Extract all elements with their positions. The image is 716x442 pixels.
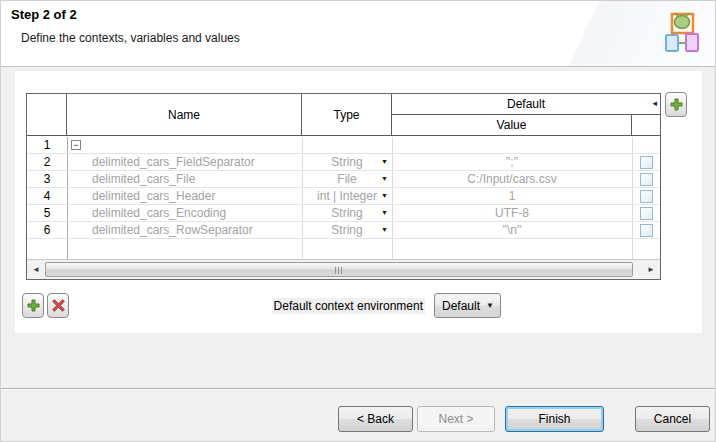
value-cell[interactable]: ";" (393, 154, 631, 170)
value-cell[interactable]: C:/Input/cars.csv (393, 171, 631, 187)
row-checkbox[interactable] (640, 190, 653, 203)
type-value: String (331, 155, 362, 169)
selected-environment: Default (442, 299, 480, 313)
value-cell[interactable]: "\n" (393, 222, 631, 238)
type-value: String (331, 223, 362, 237)
scroll-right-icon[interactable]: ► (643, 262, 659, 278)
type-cell[interactable]: int | Integer ▼ (303, 188, 391, 204)
row-number: 4 (27, 188, 67, 204)
type-cell[interactable]: File ▼ (303, 171, 391, 187)
add-context-button[interactable] (665, 92, 687, 117)
scrollbar-thumb[interactable] (45, 262, 633, 277)
row-number: 1 (27, 137, 67, 153)
scrollbar-grip (335, 267, 344, 274)
header-row-number (27, 94, 67, 136)
column-nav-arrow-icon[interactable]: ◂ (652, 99, 657, 108)
value-cell[interactable]: 1 (393, 188, 631, 204)
row-checkbox[interactable] (640, 207, 653, 220)
table-row[interactable]: 2 delimited_cars_FieldSeparator String ▼… (27, 154, 660, 171)
header-name: Name (67, 94, 302, 136)
context-variables-table: Name Type Default ◂ Value 1 − 2 delimite… (26, 93, 661, 280)
row-number: 2 (27, 154, 67, 170)
table-row[interactable]: 4 delimited_cars_Header int | Integer ▼ … (27, 188, 660, 205)
context-wizard-dialog: Step 2 of 2 Define the contexts, variabl… (0, 0, 716, 442)
row-checkbox[interactable] (640, 156, 653, 169)
chevron-down-icon: ▼ (486, 302, 494, 310)
dropdown-arrow-icon[interactable]: ▼ (381, 158, 388, 165)
row-number: 6 (27, 222, 67, 238)
back-button[interactable]: < Back (338, 406, 413, 432)
table-body: 1 − 2 delimited_cars_FieldSeparator Stri… (27, 137, 660, 259)
dropdown-arrow-icon[interactable]: ▼ (381, 192, 388, 199)
value-cell[interactable]: UTF-8 (393, 205, 631, 221)
header-default: Default ◂ (392, 94, 660, 115)
type-cell[interactable]: String ▼ (303, 154, 391, 170)
plus-icon (27, 299, 40, 312)
dropdown-arrow-icon[interactable]: ▼ (381, 175, 388, 182)
table-row[interactable]: 1 − (27, 137, 660, 154)
context-environment-select[interactable]: Default ▼ (434, 293, 501, 318)
row-number: 3 (27, 171, 67, 187)
wizard-header: Step 2 of 2 Define the contexts, variabl… (1, 1, 716, 67)
collapse-icon[interactable]: − (71, 140, 81, 150)
footer-separator (1, 388, 716, 390)
type-value: File (337, 172, 356, 186)
variable-name-cell[interactable]: delimited_cars_FieldSeparator (68, 154, 301, 170)
page-title: Step 2 of 2 (11, 7, 77, 22)
dropdown-arrow-icon[interactable]: ▼ (381, 226, 388, 233)
add-variable-button[interactable] (22, 293, 44, 318)
remove-variable-button[interactable] (47, 293, 69, 318)
type-value: String (331, 206, 362, 220)
row-number: 5 (27, 205, 67, 221)
finish-button[interactable]: Finish (505, 406, 604, 432)
type-value: int | Integer (317, 189, 377, 203)
variable-name-cell[interactable]: delimited_cars_Encoding (68, 205, 301, 221)
table-row[interactable]: 3 delimited_cars_File File ▼ C:/Input/ca… (27, 171, 660, 188)
next-button: Next > (417, 406, 495, 432)
header-default-label: Default (507, 97, 545, 111)
row-checkbox[interactable] (640, 173, 653, 186)
row-checkbox[interactable] (640, 224, 653, 237)
table-row[interactable]: 5 delimited_cars_Encoding String ▼ UTF-8 (27, 205, 660, 222)
type-cell[interactable]: String ▼ (303, 222, 391, 238)
header-type: Type (302, 94, 392, 136)
scroll-left-icon[interactable]: ◄ (28, 262, 44, 278)
cancel-button[interactable]: Cancel (635, 406, 710, 432)
horizontal-scrollbar[interactable]: ◄ ► (27, 259, 660, 279)
context-wizard-icon (659, 9, 705, 55)
dropdown-arrow-icon[interactable]: ▼ (381, 209, 388, 216)
header-value: Value (392, 115, 632, 136)
header-checkbox-column (632, 115, 660, 136)
variable-name-cell[interactable]: delimited_cars_File (68, 171, 301, 187)
page-subtitle: Define the contexts, variables and value… (21, 31, 240, 45)
table-row[interactable]: 6 delimited_cars_RowSeparator String ▼ "… (27, 222, 660, 239)
x-icon (52, 299, 65, 312)
context-environment-label: Default context environment (233, 299, 425, 313)
type-cell[interactable]: String ▼ (303, 205, 391, 221)
plus-icon (670, 98, 683, 111)
variable-name-cell[interactable]: delimited_cars_Header (68, 188, 301, 204)
variable-name-cell[interactable]: delimited_cars_RowSeparator (68, 222, 301, 238)
